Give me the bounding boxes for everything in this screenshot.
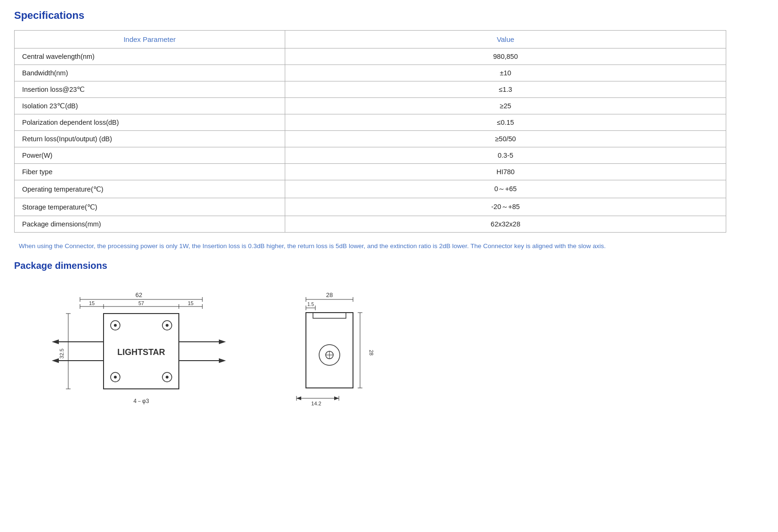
parameter-cell: Insertion loss@23℃	[15, 81, 285, 98]
col2-header: Value	[285, 31, 726, 48]
specifications-table: Index Parameter Value Central wavelength…	[14, 30, 726, 233]
parameter-cell: Power(W)	[15, 147, 285, 164]
value-cell: -20～+85	[285, 198, 726, 216]
parameter-cell: Isolation 23℃(dB)	[15, 98, 285, 114]
svg-marker-26	[219, 358, 226, 363]
value-cell: ±10	[285, 65, 726, 81]
svg-text:28: 28	[326, 291, 333, 298]
side-diagram-svg: 28 1.5 28 14.2	[278, 285, 381, 427]
page-title: Specifications	[14, 9, 764, 22]
table-row: Package dimensions(mm)62x32x28	[15, 216, 726, 233]
col1-header: Index Parameter	[15, 31, 285, 48]
note-text: When using the Connector, the processing…	[19, 241, 764, 252]
table-row: Fiber typeHI780	[15, 164, 726, 180]
value-cell: ≤1.3	[285, 81, 726, 98]
table-row: Insertion loss@23℃≤1.3	[15, 81, 726, 98]
svg-text:1.5: 1.5	[307, 302, 314, 307]
value-cell: ≥25	[285, 98, 726, 114]
table-row: Polarization dependent loss(dB)≤0.15	[15, 114, 726, 131]
value-cell: HI780	[285, 164, 726, 180]
table-row: Bandwidth(nm)±10	[15, 65, 726, 81]
svg-point-34	[166, 376, 168, 379]
diagrams-row: 62 15 57 15 32.5	[42, 285, 764, 427]
svg-rect-46	[313, 313, 346, 318]
table-row: Operating temperature(℃)0～+65	[15, 180, 726, 198]
value-cell: ≤0.15	[285, 114, 726, 131]
svg-text:62: 62	[136, 291, 142, 298]
svg-marker-25	[219, 339, 226, 344]
svg-text:4－φ3: 4－φ3	[133, 398, 149, 404]
table-row: Isolation 23℃(dB)≥25	[15, 98, 726, 114]
table-row: Power(W)0.3-5	[15, 147, 726, 164]
svg-text:15: 15	[89, 300, 95, 306]
svg-rect-45	[306, 313, 353, 388]
parameter-cell: Operating temperature(℃)	[15, 180, 285, 198]
svg-text:14.2: 14.2	[311, 401, 321, 406]
table-row: Return loss(Input/output) (dB)≥50/50	[15, 131, 726, 147]
parameter-cell: Return loss(Input/output) (dB)	[15, 131, 285, 147]
svg-text:LIGHTSTAR: LIGHTSTAR	[117, 347, 165, 357]
value-cell: ≥50/50	[285, 131, 726, 147]
parameter-cell: Central wavelength(nm)	[15, 48, 285, 65]
parameter-cell: Polarization dependent loss(dB)	[15, 114, 285, 131]
value-cell: 0～+65	[285, 180, 726, 198]
svg-text:15: 15	[188, 300, 193, 306]
svg-point-32	[114, 376, 117, 379]
svg-marker-22	[52, 358, 59, 363]
svg-point-28	[114, 324, 117, 327]
package-dimensions-title: Package dimensions	[14, 260, 764, 271]
front-diagram-svg: 62 15 57 15 32.5	[42, 285, 240, 427]
value-cell: 980,850	[285, 48, 726, 65]
table-row: Storage temperature(℃)-20～+85	[15, 198, 726, 216]
parameter-cell: Bandwidth(nm)	[15, 65, 285, 81]
parameter-cell: Fiber type	[15, 164, 285, 180]
diagram-side: 28 1.5 28 14.2	[278, 285, 381, 427]
value-cell: 62x32x28	[285, 216, 726, 233]
value-cell: 0.3-5	[285, 147, 726, 164]
svg-point-30	[166, 324, 168, 327]
parameter-cell: Package dimensions(mm)	[15, 216, 285, 233]
svg-text:32.5: 32.5	[59, 348, 64, 358]
svg-text:28: 28	[369, 350, 374, 355]
diagram-front: 62 15 57 15 32.5	[42, 285, 240, 427]
svg-marker-60	[334, 396, 339, 400]
svg-marker-21	[52, 339, 59, 344]
parameter-cell: Storage temperature(℃)	[15, 198, 285, 216]
table-row: Central wavelength(nm)980,850	[15, 48, 726, 65]
svg-text:57: 57	[138, 300, 144, 306]
svg-marker-59	[297, 396, 301, 400]
